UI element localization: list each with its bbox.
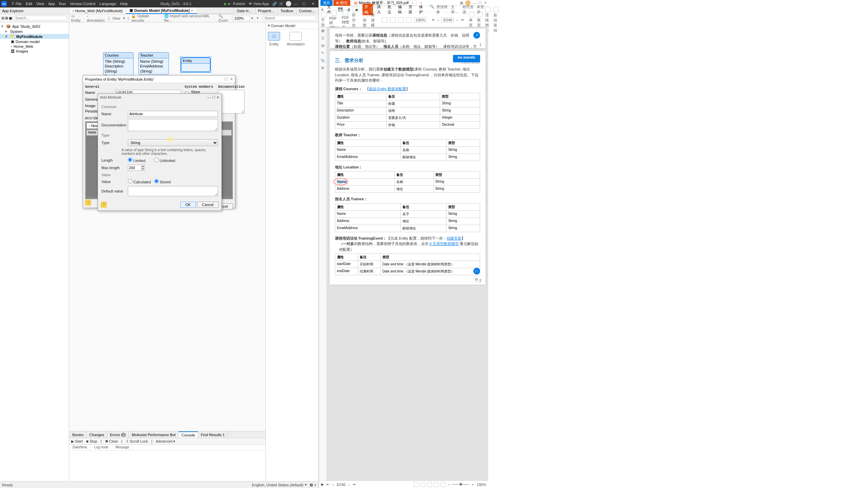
rb-single[interactable]: 单页 [469,12,474,28]
toolbox-header[interactable]: ▾Domain Model [266,22,318,29]
tab-home-web[interactable]: ▫ Home_Web [MyFirstModule] [69,7,126,14]
rail-thumb-icon[interactable]: ▦ [320,28,325,33]
explorer-search-input[interactable] [13,16,67,21]
properties-dialog-title[interactable]: Properties of Entity 'MyFirstModule.Enti… [83,76,235,83]
view-app-button[interactable]: 👁 View App [249,2,269,6]
collapse-icon[interactable]: ⊟ [1,16,4,20]
start-button[interactable]: ▶ Start [71,439,83,444]
toolbox-chevron-icon[interactable]: ▾ [255,16,260,20]
nav-prev-icon[interactable]: ‹ [438,18,439,22]
rb-encrypt[interactable]: 加密 [363,12,368,28]
default-value-textarea[interactable] [128,186,218,196]
zoom-in-icon[interactable]: ＋ [471,482,475,487]
minimize-button[interactable]: — [291,1,299,7]
tab-errors[interactable]: Errors 0 [107,431,129,438]
expand-icon[interactable]: ⊞ [5,16,8,20]
advanced-button[interactable]: Advanced ▾ [156,439,175,444]
domain-model-canvas[interactable]: Courses Title (String) Description (Stri… [69,22,265,431]
attr-type-select[interactable]: String [128,139,218,146]
rb-rotate-l[interactable] [382,17,387,23]
status-zoom[interactable]: 100% [477,483,486,487]
link-create-page[interactable]: 创建页面 [447,236,461,240]
menu-file[interactable]: File [16,2,22,6]
nav-first-icon[interactable]: ⇤ [432,18,435,22]
share-fab[interactable]: ↗ [473,32,480,39]
maximize-icon[interactable]: ☐ [212,95,215,99]
link-relational-model[interactable]: 8.关系型数据模型 [430,242,459,246]
tab-mxassist[interactable]: MxAssist Performance Bot [129,431,179,438]
value-stored-radio[interactable]: Stored [154,179,178,184]
spin-up-icon[interactable]: ▲ [141,165,144,168]
length-limited-radio[interactable]: Limited [128,158,152,163]
value-calculated-radio[interactable]: Calculated [128,179,152,184]
tab-find-results[interactable]: Find Results 1 [198,431,228,438]
tab-domain-model[interactable]: ▣ Domain Model [MyFirstModule] × [126,7,197,14]
vs-grid-icon[interactable] [414,482,418,487]
settings-fab[interactable]: ⚙ [473,276,480,283]
add-attr-cancel-button[interactable]: Cancel [197,202,219,208]
entity-tool[interactable]: ▭ Entity [71,14,84,22]
page-number[interactable]: 3/240 [441,17,454,23]
toolbox-search-input[interactable] [262,16,316,21]
toolbox-annotation[interactable]: Annotation [287,32,305,46]
rb-zoom[interactable]: 100% [414,17,427,23]
annotation-tool[interactable]: ▫ Annotation [87,14,106,22]
link-entity-config[interactable]: 返回 Entity 数据表配置 [369,87,407,91]
menu-version-control[interactable]: Version Control [70,2,95,6]
rb-rotate-r[interactable] [390,17,395,23]
spin-down-icon[interactable]: ▼ [141,168,144,170]
doc-textarea[interactable] [218,90,244,114]
vs-scroll-icon[interactable] [427,482,432,487]
tab-console[interactable]: Console [179,431,198,438]
vs-full-icon[interactable] [441,482,446,487]
help-icon[interactable]: ? [85,200,91,206]
zoom-slider[interactable] [452,484,469,485]
chevron-down-icon[interactable]: ▾ [305,483,307,487]
import-ws[interactable]: 🌐 Import web service/XML file... [164,14,216,22]
rail-sign-icon[interactable]: ✿ [320,66,325,70]
first-page-icon[interactable]: ⇤ [327,482,330,487]
tab-close-icon[interactable]: × [191,8,193,13]
wps-tab-file[interactable]: ▤Mendix 敏捷开…学习_929.pdf× [351,0,417,6]
rail-bookmark-icon[interactable]: ☰ [320,36,325,41]
chevron-down-icon[interactable]: ▾ [251,16,253,20]
panel-tab-connector[interactable]: Connec… [296,7,318,14]
status-play-icon[interactable]: ▶ [321,482,324,487]
view-tool[interactable]: View [112,16,120,20]
menu-app[interactable]: App [48,2,55,6]
view-grid-icon[interactable]: ▦ [310,483,313,487]
minimize-icon[interactable]: — [207,95,211,99]
next-page-icon[interactable]: › [348,483,350,487]
update-security[interactable]: 🔒 Update security [131,14,161,22]
link-icon[interactable]: 🔗 [272,2,277,6]
rail-attach-icon[interactable]: 📎 [320,58,325,63]
status-page[interactable]: 3/240 [336,483,346,487]
maximize-button[interactable]: ☐ [300,1,308,7]
add-attribute-titlebar[interactable]: Add Attribute — ☐ ✕ [98,94,221,101]
nav-fab-up[interactable]: ↑↓ [473,268,480,274]
attr-doc-textarea[interactable] [128,119,218,131]
clear-button[interactable]: ✖ Clear [105,439,118,444]
nav-last-icon[interactable]: ⇥ [460,18,463,22]
vs-page-icon[interactable] [420,482,425,487]
close-icon[interactable]: ✕ [216,95,219,99]
user-avatar[interactable] [286,1,291,6]
tree-system[interactable]: ▸System [0,29,69,34]
close-button[interactable]: ✕ [309,1,317,7]
tab-changes[interactable]: Changes [86,431,107,438]
menu-language[interactable]: Language [99,2,116,6]
close-icon[interactable]: ✕ [230,77,233,81]
rb-actual[interactable] [406,17,412,23]
rb-auto[interactable]: 自动滚动 [493,7,499,33]
panel-tab-toolbox[interactable]: Toolbox [277,7,296,14]
maximize-icon[interactable]: ☐ [224,77,228,81]
tree-images[interactable]: 🖼Images [0,49,69,54]
rb-hand[interactable]: 手型 [321,12,327,28]
attr-name-input[interactable] [128,111,218,117]
maxlen-input[interactable] [128,165,141,171]
tab-stories[interactable]: Stories [69,431,86,438]
menu-triple[interactable]: ≡ [321,7,323,12]
panel-tab-data-hub[interactable]: Data H… [234,7,255,14]
view-list-icon[interactable]: ≡ [314,483,316,487]
menu-help[interactable]: Help [120,2,128,6]
